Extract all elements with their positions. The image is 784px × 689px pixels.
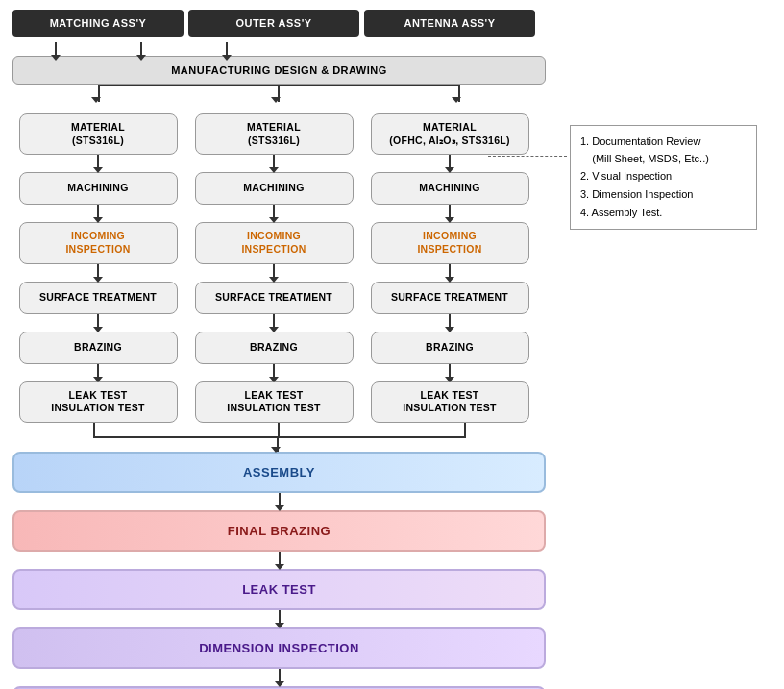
arrow-braz3-leak3 [449, 364, 451, 378]
design-box: MANUFACTURING DESIGN & DRAWING [12, 56, 546, 85]
wide-section: ASSEMBLY FINAL BRAZING LEAK TEST DIMENSI… [12, 452, 546, 689]
leak-2: LEAK TESTINSULATION TEST [195, 381, 354, 423]
arrow-col2-design [140, 42, 142, 56]
info-item-4: 4. Assembly Test. [580, 204, 747, 222]
leak-test-box: LEAK TEST [12, 569, 546, 610]
arrow-surf1-braz1 [97, 314, 99, 328]
header-matching: MATCHING ASS'Y [12, 10, 184, 37]
leak-1: LEAK TESTINSULATION TEST [19, 381, 178, 423]
machining-2: MACHINING [195, 172, 354, 205]
surface-1: SURFACE TREATMENT [19, 282, 178, 314]
info-box: 1. Documentation Review (Mill Sheet, MSD… [570, 125, 757, 230]
header-antenna: ANTENNA ASS'Y [364, 10, 535, 37]
incoming-3: INCOMINGINSPECTION [371, 222, 529, 263]
design-to-cols [12, 85, 546, 113]
column-2: MATERIAL(STS316L) MACHINING INCOMINGINSP… [188, 113, 359, 423]
arrow-inc1-surf1 [97, 264, 99, 278]
info-item-3: 3. Dimension Inspection [580, 185, 747, 204]
arrow-surf3-braz3 [449, 314, 451, 328]
material-3: MATERIAL(OFHC, Al₂O₃, STS316L) [371, 113, 529, 155]
arrow-inc3-surf3 [449, 264, 451, 278]
arrow-leak-dim [279, 610, 281, 624]
arrow-mach1-inc1 [97, 205, 99, 218]
arrow-braz1-leak1 [97, 364, 99, 378]
arrow-dim-perf [279, 669, 281, 682]
column-3: MATERIAL(OFHC, Al₂O₃, STS316L) MACHINING… [364, 113, 535, 423]
info-item-2: 2. Visual Inspection [580, 167, 747, 185]
arrow-surf2-braz2 [273, 314, 275, 328]
arrow-col1-design [55, 42, 57, 56]
arrow-braz2-leak2 [273, 364, 275, 378]
three-columns: MATERIAL(STS316L) MACHINING INCOMINGINSP… [12, 113, 546, 423]
brazing-1: BRAZING [19, 332, 178, 364]
arrow-mach3-inc3 [449, 205, 451, 218]
flowchart: MATCHING ASS'Y OUTER ASS'Y ANTENNA ASS'Y… [12, 10, 772, 689]
leak-3: LEAK TESTINSULATION TEST [371, 381, 529, 423]
info-item-1: 1. Documentation Review (Mill Sheet, MSD… [580, 134, 747, 167]
brazing-3: BRAZING [371, 332, 529, 364]
material-1: MATERIAL(STS316L) [19, 113, 178, 155]
incoming-1: INCOMINGINSPECTION [19, 222, 178, 263]
brazing-2: BRAZING [195, 332, 354, 364]
arrow-final-leak [279, 552, 281, 565]
merge-section [12, 423, 546, 452]
arrow-col3-design [226, 42, 228, 56]
header-outer: OUTER ASS'Y [188, 10, 359, 37]
surface-2: SURFACE TREATMENT [195, 282, 354, 314]
arrow-inc2-surf2 [273, 264, 275, 278]
final-brazing-box: FINAL BRAZING [12, 510, 546, 552]
machining-3: MACHINING [371, 172, 529, 205]
arrow-mat2-mach2 [273, 155, 275, 168]
arrow-mat3-mach3 [449, 155, 451, 168]
dimension-box: DIMENSION INSPECTION [12, 627, 546, 669]
arrow-assembly-final [279, 493, 281, 506]
arrow-mach2-inc2 [273, 205, 275, 218]
column-1: MATERIAL(STS316L) MACHINING INCOMINGINSP… [12, 113, 184, 423]
connector-line [488, 156, 567, 157]
top-headers: MATCHING ASS'Y OUTER ASS'Y ANTENNA ASS'Y [12, 10, 546, 37]
arrow-mat1-mach1 [97, 155, 99, 168]
material-2: MATERIAL(STS316L) [195, 113, 354, 155]
surface-3: SURFACE TREATMENT [371, 282, 529, 314]
machining-1: MACHINING [19, 172, 178, 205]
incoming-2: INCOMINGINSPECTION [195, 222, 354, 263]
assembly-box: ASSEMBLY [12, 452, 546, 493]
